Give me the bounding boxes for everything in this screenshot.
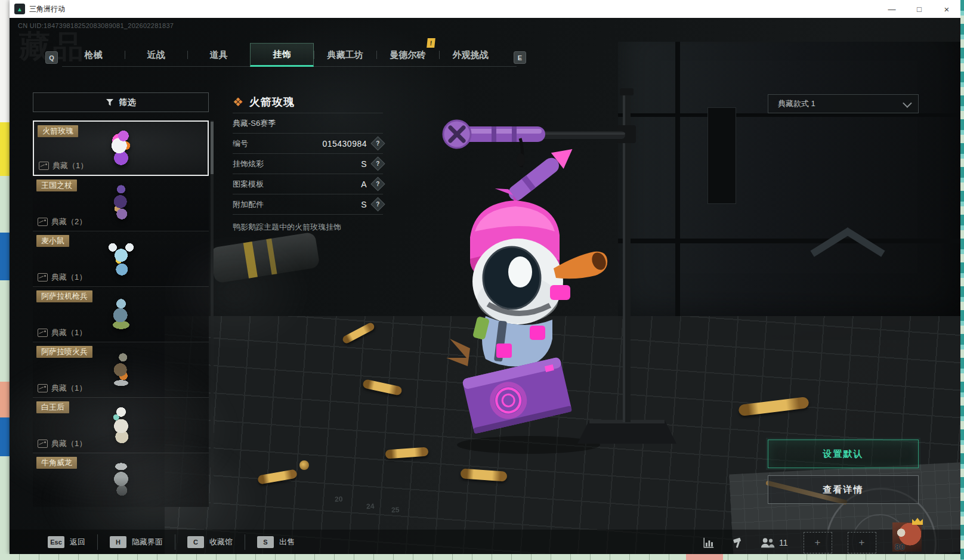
avatar-level: 80 — [895, 542, 905, 552]
hammer-icon — [731, 536, 744, 549]
detail-row-pattern: 图案模板 A ? — [233, 174, 383, 194]
empty-slot-1[interactable]: + — [804, 532, 832, 553]
mat-number: 25 — [391, 506, 400, 515]
background-spreadsheet-left — [0, 0, 10, 560]
list-item-kingdom-scepter[interactable]: 王国之杖 典藏（2） — [33, 176, 209, 231]
close-button[interactable]: × — [933, 0, 960, 18]
scene-canister — [209, 231, 320, 283]
esc-keycap: Esc — [48, 536, 64, 548]
list-item-white-queen[interactable]: 白王后 典藏（1） — [33, 398, 209, 453]
set-default-button[interactable]: 设置默认 — [768, 440, 919, 468]
collection-icon — [39, 162, 49, 170]
collection-icon — [38, 384, 48, 392]
help-icon[interactable]: ? — [370, 156, 385, 171]
tab-items[interactable]: 道具 — [187, 43, 250, 67]
tab-melee[interactable]: 近战 — [125, 43, 187, 67]
item-title: 火箭玫瑰 — [249, 95, 295, 109]
category-tabbar: 枪械 近战 道具 挂饰 典藏工坊 曼德尔砖 外观挑战 — [62, 43, 502, 67]
style-dropdown[interactable]: 典藏款式 1 — [768, 94, 919, 113]
shortcut-back[interactable]: Esc 返回 — [48, 536, 85, 548]
item-name-tag: 王国之杖 — [36, 180, 77, 191]
shortcut-collection-hall[interactable]: C 收藏馆 — [187, 536, 233, 548]
detail-header: ❖ 火箭玫瑰 — [233, 91, 383, 113]
item-count: 典藏（1） — [52, 160, 88, 171]
row-label: 挂饰炫彩 — [233, 159, 361, 169]
item-thumbnail — [102, 460, 140, 505]
account-uid: CN UID:184739818252083089081_20260228183… — [18, 22, 174, 29]
background-app-right — [960, 0, 964, 560]
tab-charms[interactable]: 挂饰 — [250, 43, 314, 67]
h-keycap: H — [110, 536, 126, 548]
pendant-preview-scene[interactable] — [379, 88, 678, 476]
help-icon[interactable]: ? — [370, 136, 385, 150]
list-scrollbar[interactable] — [211, 120, 214, 507]
item-count: 典藏（1） — [51, 272, 86, 283]
item-thumbnail — [102, 129, 140, 173]
plus-icon: + — [859, 537, 865, 549]
item-thumbnail — [102, 183, 140, 227]
row-value: 015430984 — [322, 139, 367, 148]
row-label: 附加配件 — [233, 199, 361, 210]
tab-appearance-challenge[interactable]: 外观挑战 — [439, 43, 502, 67]
shortcut-sell[interactable]: S 出售 — [257, 536, 295, 548]
prev-tab-keycap: Q — [45, 51, 58, 64]
auction-button[interactable] — [731, 536, 744, 549]
collection-icon — [38, 440, 48, 448]
empty-slot-2[interactable]: + — [848, 532, 876, 553]
detail-row-serial: 编号 015430984 ? — [233, 134, 383, 154]
item-thumbnail — [102, 239, 140, 283]
game-content: 20 24 25 — [10, 18, 960, 554]
bottom-right-icons: 11 + + — [702, 532, 876, 553]
plus-icon: + — [815, 537, 821, 549]
row-label: 图案模板 — [233, 179, 361, 190]
item-name-tag: 白王后 — [36, 401, 69, 413]
style-dropdown-value: 典藏款式 1 — [778, 98, 815, 109]
shortcut-hide-ui[interactable]: H 隐藏界面 — [110, 536, 163, 548]
item-name-tag: 阿萨拉机枪兵 — [36, 290, 92, 302]
list-item-rocket-rose[interactable]: 火箭玫瑰 典藏（1） — [33, 120, 209, 176]
team-button[interactable]: 11 — [760, 537, 788, 549]
tab-guns[interactable]: 枪械 — [62, 43, 125, 67]
item-count: 典藏（1） — [51, 327, 86, 338]
list-item-horn-dragon[interactable]: 牛角威龙 — [33, 453, 209, 507]
item-count: 典藏（1） — [51, 438, 86, 449]
tab-collection-workshop[interactable]: 典藏工坊 — [314, 43, 376, 67]
item-name-tag: 麦小鼠 — [36, 235, 69, 247]
list-item-asara-flamethrower[interactable]: 阿萨拉喷火兵 典藏（1） — [33, 342, 209, 398]
item-thumbnail — [102, 405, 140, 449]
collection-icon — [38, 273, 48, 281]
item-count: 典藏（1） — [51, 383, 86, 394]
player-avatar[interactable]: 80 — [892, 522, 922, 552]
people-icon — [760, 537, 775, 549]
list-item-mai-mouse[interactable]: 麦小鼠 典藏（1） — [33, 231, 209, 287]
row-value: A — [361, 180, 367, 189]
maximize-button[interactable]: □ — [906, 0, 933, 18]
item-name-tag: 阿萨拉喷火兵 — [36, 346, 92, 358]
stats-button[interactable] — [702, 536, 716, 549]
charm-list: 火箭玫瑰 典藏（1） 王国之杖 典藏（2） 麦小鼠 典藏（1） 阿萨拉机枪兵 — [33, 120, 209, 507]
game-window: ▲ 三角洲行动 — □ × 20 24 25 — [10, 0, 960, 554]
season-label: 典藏-S6赛季 — [233, 113, 383, 134]
screen: { "colors": { "accent_teal": "#3fd6a8", … — [0, 0, 964, 560]
filter-label: 筛选 — [119, 97, 136, 108]
row-value: S — [361, 200, 367, 209]
bullet-casing — [299, 460, 309, 470]
item-name-tag: 火箭玫瑰 — [38, 125, 78, 137]
help-icon[interactable]: ? — [370, 197, 385, 211]
s-keycap: S — [257, 536, 274, 548]
list-item-asara-machinegunner[interactable]: 阿萨拉机枪兵 典藏（1） — [33, 287, 209, 342]
alert-badge: ! — [427, 38, 435, 48]
chevron-down-icon — [903, 98, 912, 108]
collection-icon — [38, 218, 48, 226]
view-details-button[interactable]: 查看详情 — [768, 475, 919, 504]
team-count: 11 — [779, 538, 788, 547]
bar-chart-icon — [702, 536, 716, 549]
help-icon[interactable]: ? — [370, 177, 385, 191]
item-thumbnail — [102, 349, 140, 394]
filter-button[interactable]: 筛选 — [33, 92, 209, 112]
window-titlebar: ▲ 三角洲行动 — □ × — [10, 0, 960, 18]
app-logo-icon: ▲ — [14, 4, 25, 14]
item-name-tag: 牛角威龙 — [36, 457, 77, 469]
minimize-button[interactable]: — — [878, 0, 906, 18]
scrollbar-thumb[interactable] — [211, 122, 214, 174]
